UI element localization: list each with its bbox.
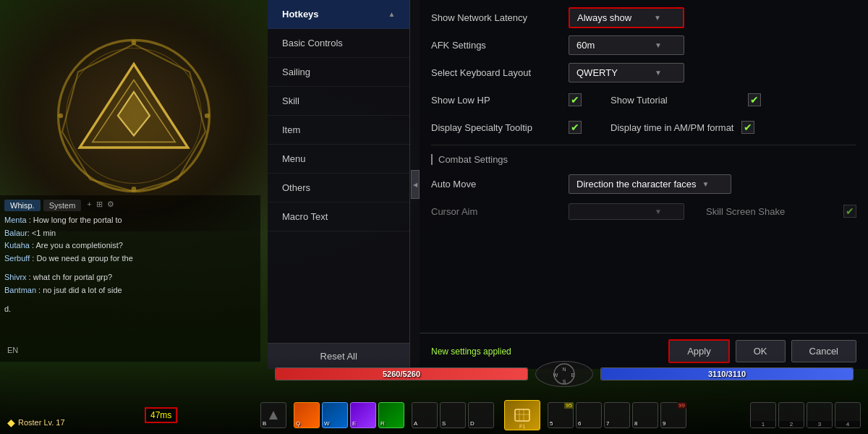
nav-macro-text-label: Macro Text bbox=[282, 211, 328, 222]
skill-slot-e[interactable]: E bbox=[350, 402, 376, 428]
skill-bar: B Q W E R A S D bbox=[260, 400, 861, 430]
chat-message: Bantman : no jsut did a lot of side bbox=[4, 284, 256, 297]
settings-content-wrapper: Show Network Latency Always show ▼ AFK S… bbox=[420, 0, 868, 369]
scroll-icon: ◀ bbox=[413, 182, 417, 188]
show-low-hp-checkbox[interactable]: ✔ bbox=[569, 93, 582, 106]
setting-row-checkboxes-1: Show Low HP ✔ Show Tutorial ✔ bbox=[431, 88, 856, 111]
health-bar: 5260/5260 bbox=[275, 367, 528, 380]
nav-item-hotkeys[interactable]: Hotkeys ▲ bbox=[268, 0, 409, 29]
chat-message bbox=[4, 297, 256, 302]
nav-chevron-icon: ▲ bbox=[388, 10, 396, 18]
health-mana-bars: 5260/5260 N E S W 3110/3110 bbox=[275, 361, 854, 387]
setting-keyboard-layout: Select Keyboard Layout QWERTY ▼ bbox=[431, 61, 856, 84]
chat-message: Menta : How long for the portal to bbox=[4, 214, 256, 226]
svg-text:W: W bbox=[553, 373, 558, 378]
skill-screen-shake-checkbox[interactable]: ✔ bbox=[843, 205, 856, 218]
chat-message: Shivrx : what ch for portal grp? bbox=[4, 271, 256, 284]
nav-item-skill[interactable]: Skill bbox=[268, 87, 409, 116]
chat-messages: Menta : How long for the portal to Balau… bbox=[4, 214, 256, 315]
svg-point-8 bbox=[59, 114, 64, 119]
skill-slot-9[interactable]: 9 99 bbox=[660, 402, 686, 428]
show-tutorial-checkbox[interactable]: ✔ bbox=[748, 93, 761, 106]
skill-slot-3[interactable]: 3 bbox=[807, 402, 833, 428]
mana-bar: 3110/3110 bbox=[600, 367, 854, 380]
skill-slot-q[interactable]: Q bbox=[294, 402, 320, 428]
map-label: F1 bbox=[505, 424, 540, 429]
display-ampm-checkbox[interactable]: ✔ bbox=[741, 121, 754, 134]
chat-options-button[interactable]: ⊞ bbox=[96, 200, 103, 211]
setting-afk: AFK Settings 60m ▼ bbox=[431, 33, 856, 56]
svg-point-9 bbox=[205, 114, 210, 119]
nav-item-basic-controls[interactable]: Basic Controls bbox=[268, 29, 409, 58]
scroll-area: ◀ bbox=[410, 0, 420, 369]
nav-hotkeys-label: Hotkeys bbox=[282, 9, 319, 20]
setting-show-network-latency: Show Network Latency Always show ▼ bbox=[431, 6, 856, 29]
keyboard-layout-value: QWERTY bbox=[576, 67, 618, 78]
nav-item-macro-text[interactable]: Macro Text bbox=[268, 203, 409, 231]
bottom-hud: 5260/5260 N E S W 3110/3110 B Q bbox=[0, 354, 868, 434]
afk-dropdown[interactable]: 60m ▼ bbox=[569, 35, 684, 55]
keyboard-layout-label: Select Keyboard Layout bbox=[431, 67, 561, 78]
display-specialty-checkbox[interactable]: ✔ bbox=[569, 121, 582, 134]
slot-badge-99: 99 bbox=[677, 402, 686, 409]
roster-level-text: Roster Lv. 17 bbox=[18, 418, 65, 427]
cursor-aim-dropdown[interactable]: ▼ bbox=[569, 203, 684, 220]
display-specialty-label: Display Specialty Tooltip bbox=[431, 122, 561, 133]
skill-slot-r[interactable]: R bbox=[378, 402, 404, 428]
setting-cursor-aim: Cursor Aim ▼ Skill Screen Shake ✔ bbox=[431, 200, 856, 223]
show-low-hp-label: Show Low HP bbox=[431, 95, 561, 106]
skill-slot-5[interactable]: 5 95 bbox=[548, 402, 574, 428]
chat-tabs: Whisp. System + ⊞ ⚙ bbox=[4, 200, 256, 211]
nav-item-sailing[interactable]: Sailing bbox=[268, 58, 409, 87]
map-icon bbox=[514, 407, 531, 424]
skill-slot-7[interactable]: 7 bbox=[604, 402, 630, 428]
health-text: 5260/5260 bbox=[383, 370, 420, 378]
skill-slot-b[interactable]: B bbox=[260, 402, 286, 428]
diamond-icon: ◆ bbox=[7, 417, 15, 428]
chat-add-button[interactable]: + bbox=[87, 200, 91, 211]
map-button[interactable]: F1 bbox=[504, 400, 540, 430]
dropdown-arrow-icon: ▼ bbox=[655, 69, 662, 77]
checkmark-icon: ✔ bbox=[846, 205, 854, 217]
show-network-latency-value: Always show bbox=[577, 12, 631, 23]
skill-slot-8[interactable]: 8 bbox=[632, 402, 658, 428]
svg-text:E: E bbox=[571, 373, 575, 378]
svg-marker-15 bbox=[269, 411, 278, 420]
skill-slot-4[interactable]: 4 bbox=[835, 402, 861, 428]
checkmark-icon: ✔ bbox=[750, 94, 759, 106]
skill-slot-a[interactable]: A bbox=[412, 402, 438, 428]
compass-area: N E S W bbox=[535, 361, 593, 387]
skill-slot-w[interactable]: W bbox=[322, 402, 348, 428]
nav-item-label: Item bbox=[282, 124, 300, 135]
chat-settings-button[interactable]: ⚙ bbox=[107, 200, 114, 211]
keyboard-layout-dropdown[interactable]: QWERTY ▼ bbox=[569, 63, 684, 82]
auto-move-dropdown[interactable]: Direction the character faces ▼ bbox=[569, 174, 731, 194]
chat-language: EN bbox=[7, 346, 18, 354]
skill-slot-6[interactable]: 6 bbox=[576, 402, 602, 428]
settings-content: Show Network Latency Always show ▼ AFK S… bbox=[420, 0, 868, 333]
chat-tab-whisp[interactable]: Whisp. bbox=[4, 200, 41, 211]
chat-tab-system[interactable]: System bbox=[43, 200, 82, 211]
nav-item-item[interactable]: Item bbox=[268, 116, 409, 145]
nav-item-menu[interactable]: Menu bbox=[268, 145, 409, 174]
dropdown-arrow-icon: ▼ bbox=[655, 41, 662, 49]
skill-slot-s[interactable]: S bbox=[440, 402, 466, 428]
separator bbox=[431, 145, 856, 145]
skill-slot-d[interactable]: D bbox=[468, 402, 494, 428]
nav-skill-label: Skill bbox=[282, 95, 299, 106]
ping-display: 47ms bbox=[145, 407, 177, 423]
scroll-handle[interactable]: ◀ bbox=[411, 170, 420, 199]
game-emblem bbox=[54, 36, 213, 195]
dropdown-arrow-icon: ▼ bbox=[702, 180, 709, 188]
svg-text:S: S bbox=[563, 379, 566, 384]
show-network-latency-dropdown[interactable]: Always show ▼ bbox=[569, 7, 684, 28]
nav-others-label: Others bbox=[282, 182, 310, 193]
skill-slot-2[interactable]: 2 bbox=[778, 402, 804, 428]
chat-panel: Whisp. System + ⊞ ⚙ Menta : How long for… bbox=[0, 195, 260, 362]
nav-item-others[interactable]: Others bbox=[268, 174, 409, 203]
checkmark-icon: ✔ bbox=[571, 122, 579, 133]
svg-text:N: N bbox=[562, 367, 566, 372]
skill-slot-1[interactable]: 1 bbox=[750, 402, 776, 428]
nav-sailing-label: Sailing bbox=[282, 67, 310, 77]
skill-screen-shake-label: Skill Screen Shake bbox=[706, 206, 836, 217]
